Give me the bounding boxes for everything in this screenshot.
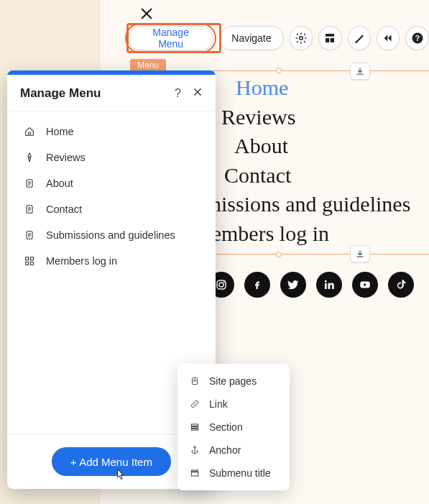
animation-icon[interactable]: [377, 26, 400, 50]
page-icon: [189, 376, 200, 386]
layout-icon[interactable]: [318, 26, 341, 50]
dropdown-item-label: Anchor: [209, 444, 241, 456]
dropdown-submenu[interactable]: Submenu title: [177, 462, 290, 485]
svg-rect-20: [191, 424, 198, 426]
nav-item-home[interactable]: Home: [221, 73, 429, 103]
svg-text:?: ?: [415, 34, 420, 42]
svg-rect-24: [191, 470, 198, 472]
svg-point-0: [300, 37, 303, 40]
panel-item-contact[interactable]: Contact: [7, 196, 216, 222]
svg-rect-17: [26, 262, 29, 265]
svg-point-10: [325, 280, 327, 283]
tiktok-icon[interactable]: [388, 272, 414, 298]
nav-item-about[interactable]: About: [221, 132, 429, 161]
svg-rect-15: [26, 257, 29, 260]
navigate-button[interactable]: Navigate: [219, 26, 283, 50]
close-selection-icon[interactable]: [139, 7, 154, 23]
manage-menu-button[interactable]: Manage Menu: [128, 26, 213, 50]
page-icon: [23, 229, 36, 241]
panel-item-about[interactable]: About: [7, 170, 216, 196]
panel-title: Manage Menu: [20, 86, 101, 101]
dropdown-item-label: Submenu title: [209, 467, 271, 479]
svg-rect-9: [325, 283, 327, 289]
panel-close-icon[interactable]: [193, 87, 203, 100]
panel-item-label: About: [46, 178, 73, 189]
twitter-icon[interactable]: [280, 272, 306, 298]
grid-icon: [23, 255, 36, 267]
svg-rect-22: [191, 429, 198, 430]
social-bar: [208, 272, 414, 298]
section-icon: [189, 422, 200, 432]
facebook-icon[interactable]: [244, 272, 270, 298]
help-icon[interactable]: ?: [405, 26, 428, 50]
link-icon: [189, 399, 200, 409]
page-icon: [23, 203, 36, 215]
panel-item-home[interactable]: Home: [7, 119, 216, 145]
resize-handle-top[interactable]: [276, 68, 282, 73]
panel-item-submissions[interactable]: Submissions and guidelines: [7, 222, 216, 248]
settings-icon[interactable]: [290, 26, 313, 50]
add-item-dropdown: Site pages Link Section Anchor Submenu t…: [177, 364, 290, 490]
resize-handle-bottom[interactable]: [276, 252, 282, 257]
svg-point-23: [194, 446, 195, 448]
nav-item-contact[interactable]: Contact: [221, 161, 429, 191]
dropdown-section[interactable]: Section: [177, 416, 290, 439]
pen-icon: [23, 152, 36, 163]
page-icon: [23, 178, 36, 189]
dropdown-anchor[interactable]: Anchor: [177, 439, 290, 462]
linkedin-icon[interactable]: [316, 272, 342, 298]
dropdown-item-label: Site pages: [209, 375, 257, 387]
svg-rect-18: [30, 262, 33, 265]
design-icon[interactable]: [348, 26, 371, 50]
dropdown-link[interactable]: Link: [177, 393, 290, 416]
panel-help-icon[interactable]: ?: [175, 87, 181, 100]
svg-point-7: [219, 283, 223, 287]
anchor-icon: [189, 445, 200, 455]
dropdown-item-label: Section: [209, 421, 243, 433]
svg-rect-3: [331, 38, 334, 42]
panel-item-label: Members log in: [46, 255, 117, 267]
svg-rect-25: [191, 472, 198, 476]
panel-item-label: Reviews: [46, 152, 86, 163]
svg-rect-16: [30, 257, 33, 260]
editor-toolbar: Manage Menu Navigate ?: [128, 26, 429, 50]
panel-item-label: Home: [46, 126, 74, 137]
youtube-icon[interactable]: [352, 272, 378, 298]
home-icon: [23, 126, 36, 137]
dropdown-item-label: Link: [209, 398, 228, 410]
panel-item-members[interactable]: Members log in: [7, 248, 216, 274]
svg-rect-21: [191, 426, 198, 428]
svg-rect-1: [326, 34, 334, 37]
submenu-icon: [189, 468, 200, 478]
svg-rect-2: [326, 38, 329, 42]
add-menu-item-button[interactable]: + Add Menu Item: [52, 447, 171, 476]
panel-item-reviews[interactable]: Reviews: [7, 145, 216, 170]
nav-item-members[interactable]: Members log in: [193, 219, 429, 249]
panel-item-label: Submissions and guidelines: [46, 229, 175, 241]
dropdown-site-pages[interactable]: Site pages: [177, 370, 290, 393]
panel-item-label: Contact: [46, 203, 82, 215]
nav-item-reviews[interactable]: Reviews: [221, 103, 429, 132]
svg-point-8: [223, 281, 225, 283]
